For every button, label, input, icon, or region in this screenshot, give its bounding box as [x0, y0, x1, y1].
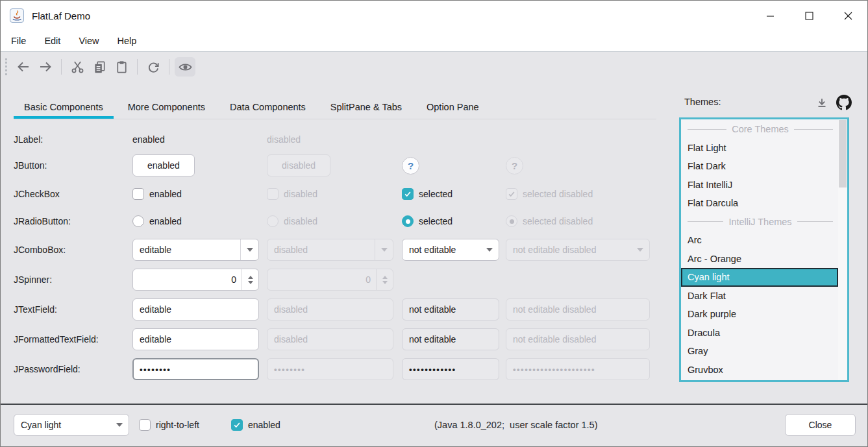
themes-scrollbar[interactable]: [838, 119, 847, 380]
enabled-checkbox-label: enabled: [248, 420, 280, 430]
close-button-container: Close: [785, 414, 856, 436]
theme-item-flat-darcula[interactable]: Flat Darcula: [681, 194, 838, 213]
jbutton-row: JButton: enabled disabled ? ?: [14, 154, 650, 176]
forward-button[interactable]: [35, 57, 56, 77]
toolbar-grip[interactable]: [5, 58, 7, 75]
checkbox-unchecked-icon: [132, 188, 144, 200]
tab-option-pane[interactable]: Option Pane: [416, 95, 490, 119]
theme-item-arc[interactable]: Arc: [681, 231, 838, 250]
passwordfield-not-editable: ••••••••••••: [402, 358, 499, 380]
copy-button[interactable]: [89, 57, 110, 77]
jcheckbox-label: JCheckBox: [14, 189, 132, 199]
spinner-arrows[interactable]: [242, 269, 258, 290]
checkbox-checked-icon: [231, 419, 243, 431]
theme-combobox[interactable]: Cyan light: [14, 414, 129, 436]
download-theme-button[interactable]: [813, 95, 830, 111]
paste-button[interactable]: [111, 57, 132, 77]
enabled-checkbox[interactable]: enabled: [231, 419, 280, 431]
maximize-button[interactable]: [789, 1, 828, 30]
menu-view[interactable]: View: [69, 30, 108, 51]
themes-scrollbar-thumb[interactable]: [839, 120, 847, 187]
back-icon: [16, 59, 31, 75]
help-button[interactable]: ?: [402, 157, 419, 175]
combobox-arrow[interactable]: [240, 239, 258, 260]
theme-item-cyan-light[interactable]: Cyan light: [681, 268, 838, 287]
jspinner-label: JSpinner:: [14, 274, 132, 285]
refresh-icon: [146, 60, 161, 75]
theme-combobox-arrow[interactable]: [110, 415, 129, 435]
cut-button[interactable]: [67, 57, 88, 77]
textfield-editable[interactable]: editable: [132, 298, 259, 320]
radio-checked-disabled-icon: [506, 215, 517, 227]
jlabel-label: JLabel:: [14, 134, 132, 145]
theme-item-dracula[interactable]: Dracula: [681, 324, 838, 343]
theme-item-gray[interactable]: Gray: [681, 342, 838, 361]
combobox-not-editable[interactable]: not editable: [402, 239, 499, 261]
tab-more-components[interactable]: More Components: [118, 95, 216, 119]
spinner-disabled: 0: [267, 269, 393, 291]
tab-splitpane-tabs[interactable]: SplitPane & Tabs: [320, 95, 412, 119]
close-button[interactable]: Close: [785, 414, 856, 436]
textfield-not-editable-disabled: not editable disabled: [506, 298, 650, 320]
checkbox-disabled-label: disabled: [284, 189, 317, 199]
theme-item-dark-flat[interactable]: Dark Flat: [681, 287, 838, 306]
right-to-left-checkbox[interactable]: right-to-left: [139, 419, 199, 431]
theme-item-flat-dark[interactable]: Flat Dark: [681, 157, 838, 176]
chevron-down-icon: [381, 248, 388, 252]
checkbox-selected[interactable]: selected: [402, 188, 499, 200]
jradiobutton-label: JRadioButton:: [14, 216, 132, 226]
theme-item-dark-purple[interactable]: Dark purple: [681, 305, 838, 324]
radio-disabled-icon: [267, 215, 279, 227]
minimize-button[interactable]: [750, 1, 789, 30]
tab-data-components[interactable]: Data Components: [219, 95, 316, 119]
chevron-down-icon: [637, 248, 643, 252]
download-icon: [815, 96, 829, 110]
jformattedtextfield-label: JFormattedTextField:: [14, 334, 132, 344]
toolbar-separator: [61, 59, 62, 75]
textfield-not-editable: not editable: [402, 298, 499, 320]
show-hover-toggle-button[interactable]: [175, 57, 195, 77]
combobox-disabled-value: disabled: [267, 245, 375, 255]
passwordfield-not-editable-disabled: •••••••••••••••••••••: [506, 358, 650, 380]
combobox-not-editable-disabled: not editable disabled: [506, 239, 650, 261]
back-button[interactable]: [13, 57, 34, 77]
jradiobutton-row: JRadioButton: enabled disabled selected …: [14, 210, 650, 232]
checkbox-enabled[interactable]: enabled: [132, 188, 259, 200]
themes-section-core: Core Themes: [681, 120, 838, 139]
chevron-down-icon: [247, 248, 253, 252]
github-link-button[interactable]: [836, 94, 852, 111]
maximize-icon: [805, 12, 813, 20]
chevron-down-icon: [116, 423, 123, 427]
combobox-arrow[interactable]: [480, 239, 499, 260]
menu-file[interactable]: File: [2, 30, 35, 51]
tab-basic-components[interactable]: Basic Components: [14, 95, 114, 119]
theme-item-arc-orange[interactable]: Arc - Orange: [681, 250, 838, 269]
radio-selected[interactable]: selected: [402, 215, 499, 227]
jbutton-label: JButton:: [14, 160, 132, 171]
enabled-button[interactable]: enabled: [132, 154, 195, 176]
refresh-button[interactable]: [143, 57, 164, 77]
spinner-enabled[interactable]: 0: [132, 269, 259, 291]
radio-unchecked-icon: [132, 215, 144, 227]
passwordfield-editable[interactable]: ••••••••: [132, 358, 259, 380]
checkbox-unchecked-icon: [139, 419, 151, 431]
menu-edit[interactable]: Edit: [35, 30, 69, 51]
combobox-editable[interactable]: editable: [132, 239, 259, 261]
spinner-value[interactable]: 0: [133, 274, 242, 285]
toolbar-separator: [169, 59, 169, 75]
formattedtextfield-not-editable: not editable: [402, 328, 499, 350]
theme-item-flat-light[interactable]: Flat Light: [681, 139, 838, 158]
right-to-left-label: right-to-left: [156, 420, 199, 430]
formattedtextfield-disabled: disabled: [267, 328, 393, 350]
eye-icon: [178, 60, 193, 75]
theme-item-gruvbox[interactable]: Gruvbox: [681, 361, 838, 380]
formattedtextfield-editable[interactable]: editable: [132, 328, 259, 350]
theme-item-flat-intellij[interactable]: Flat IntelliJ: [681, 176, 838, 195]
combobox-editable-value[interactable]: editable: [133, 245, 240, 255]
close-window-button[interactable]: [828, 1, 867, 30]
radio-enabled[interactable]: enabled: [132, 215, 259, 227]
checkbox-selected-disabled: selected disabled: [506, 188, 650, 200]
themes-list[interactable]: Core Themes Flat Light Flat Dark Flat In…: [679, 117, 849, 382]
chevron-up-icon: [382, 276, 388, 279]
menu-help[interactable]: Help: [108, 30, 146, 51]
